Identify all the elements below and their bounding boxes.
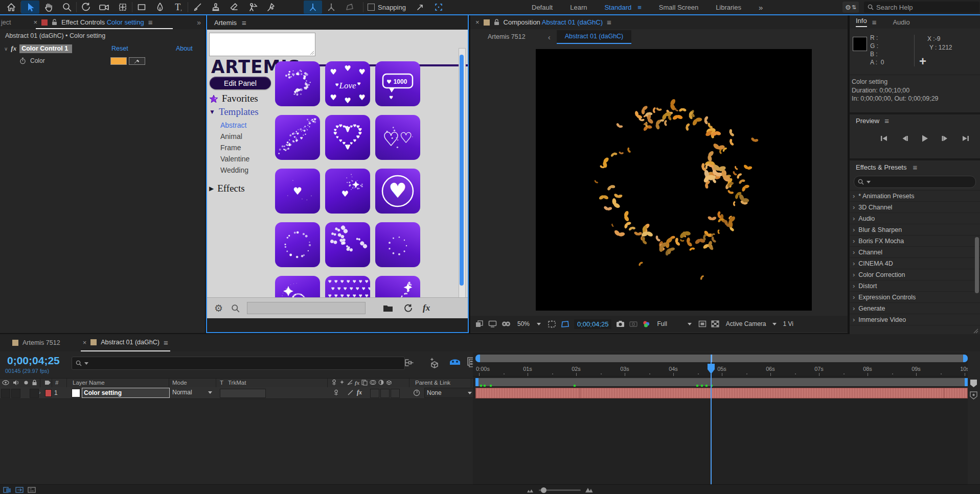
effects-category-expression-controls[interactable]: ›Expression Controls xyxy=(850,292,980,303)
zoom-in-mountains-icon[interactable] xyxy=(585,486,593,493)
timeline-tab-artemis[interactable]: Artemis 7512 xyxy=(12,339,60,346)
template-category-wedding[interactable]: Wedding xyxy=(209,164,273,176)
workspace-learn[interactable]: Learn xyxy=(570,4,587,11)
audio-switch[interactable] xyxy=(11,389,20,398)
timeline-zoom-slider[interactable] xyxy=(539,489,581,491)
trkmat-cell[interactable] xyxy=(220,389,266,398)
expand-transfer-pane-icon[interactable] xyxy=(15,486,24,493)
magnification-dropdown[interactable]: 50% xyxy=(515,319,543,328)
resolution-dropdown[interactable]: Full xyxy=(655,319,693,328)
switches-column-icons[interactable]: fx xyxy=(331,379,392,386)
layer-anchor-icon[interactable] xyxy=(333,389,339,396)
lock-column-icon[interactable] xyxy=(30,379,39,387)
effects-category-3d-channel[interactable]: ›3D Channel xyxy=(850,202,980,213)
switch-cell[interactable] xyxy=(391,389,400,398)
template-thumbnail-heart-burst[interactable]: ♥ xyxy=(325,169,370,214)
snap-arrow-icon[interactable] xyxy=(411,1,429,14)
trkmat-column-header[interactable]: TrkMat xyxy=(228,380,246,386)
fast-previews-icon[interactable] xyxy=(698,320,706,327)
eyedropper-button[interactable] xyxy=(129,57,145,65)
snapping-toggle[interactable]: Snapping xyxy=(368,4,406,11)
fx-badge-icon[interactable]: fx xyxy=(11,44,16,53)
panel-menu-icon[interactable]: ≡ xyxy=(148,18,153,26)
navigator-start-handle[interactable] xyxy=(475,355,480,362)
template-thumbnail-big-heart[interactable]: ♥ xyxy=(375,169,420,214)
template-thumbnail-swarm[interactable]: ♥♥♥♥♥♥♥♥ xyxy=(275,115,320,160)
effects-category-cinema-4d[interactable]: ›CINEMA 4D xyxy=(850,258,980,269)
help-search-field[interactable]: Search Help xyxy=(864,2,979,13)
effects-scrollbar-thumb[interactable] xyxy=(975,237,979,293)
layer-label-swatch[interactable] xyxy=(45,389,52,397)
template-thumbnail-small-heart[interactable]: ♥ xyxy=(275,169,320,214)
timeline-tab-abstract[interactable]: × Abstract 01 (daGhC) ≡ xyxy=(81,335,170,351)
brush-tool[interactable] xyxy=(188,1,207,14)
effects-category-channel[interactable]: ›Channel xyxy=(850,247,980,258)
effects-category-distort[interactable]: ›Distort xyxy=(850,280,980,292)
parent-link-column-header[interactable]: Parent & Link xyxy=(415,380,450,386)
play-button[interactable] xyxy=(917,133,932,144)
switch-cell[interactable] xyxy=(370,389,379,398)
reset-button[interactable]: Reset xyxy=(111,45,128,52)
pen-tool[interactable] xyxy=(151,1,169,14)
composition-flowchart-icon[interactable] xyxy=(404,358,415,368)
label-column-icon[interactable] xyxy=(43,379,52,387)
world-axis-mode-icon[interactable] xyxy=(322,1,340,14)
switch-cell[interactable] xyxy=(380,389,390,398)
effects-category-blur-sharpen[interactable]: ›Blur & Sharpen xyxy=(850,224,980,236)
viewer-tab-scroll-left-icon[interactable]: ‹ xyxy=(548,33,551,41)
unlock-icon[interactable] xyxy=(494,19,499,26)
layer-thumbnail[interactable] xyxy=(72,389,80,397)
composition-tab-label[interactable]: Composition Abstract 01 (daGhC) xyxy=(504,18,603,26)
fx-icon[interactable]: fx xyxy=(423,303,430,313)
workspace-small-screen[interactable]: Small Screen xyxy=(659,4,698,11)
time-navigator-bar[interactable] xyxy=(475,355,968,362)
draft-3d-icon[interactable] xyxy=(427,357,440,369)
effects-search-field[interactable] xyxy=(854,176,976,188)
stopwatch-icon[interactable] xyxy=(19,57,26,64)
navigator-end-handle[interactable] xyxy=(963,355,968,362)
template-thumbnail-heart-of-hearts[interactable]: ♥♥♥♥♥♥♥♥♥♥♥♥♥♥♥♥♥♥♥♥♥♥♥♥♥♥ xyxy=(325,115,370,160)
view-axis-mode-icon[interactable] xyxy=(340,1,359,14)
channel-mask-icon[interactable] xyxy=(502,321,511,327)
effects-presets-title[interactable]: Effects & Presets xyxy=(856,163,906,171)
zoom-tool[interactable] xyxy=(58,1,76,14)
artemis-scrollbar-track[interactable] xyxy=(459,48,466,312)
t-column-header[interactable]: T xyxy=(220,380,223,386)
project-tab-partial[interactable]: ject xyxy=(1,19,11,26)
template-category-animal[interactable]: Animal xyxy=(209,131,273,142)
last-frame-button[interactable] xyxy=(958,133,973,144)
panel-overflow-icon[interactable]: » xyxy=(197,18,201,27)
transparency-grid-icon[interactable] xyxy=(711,320,719,327)
info-tab[interactable]: Info xyxy=(856,17,867,27)
snap-bounds-icon[interactable] xyxy=(429,1,448,14)
solo-switch[interactable] xyxy=(30,389,39,398)
rectangle-tool[interactable] xyxy=(132,1,151,14)
viewer-timecode[interactable]: 0;00;04;25 xyxy=(574,319,611,329)
panel-menu-icon[interactable]: ≡ xyxy=(884,117,889,125)
selection-tool[interactable] xyxy=(21,1,39,14)
layer-name-field[interactable]: Color setting xyxy=(82,388,170,398)
workspace-menu-icon[interactable]: ≡ xyxy=(637,4,642,11)
composition-canvas[interactable] xyxy=(536,49,812,311)
workspace-settings-button[interactable]: ⚙ ⇅ xyxy=(842,2,859,13)
artemis-tab-label[interactable]: Artemis xyxy=(214,19,237,27)
next-frame-button[interactable] xyxy=(938,133,953,144)
video-switch[interactable] xyxy=(1,389,10,398)
timeline-search-field[interactable] xyxy=(72,357,405,370)
number-column-header[interactable]: # xyxy=(55,380,58,386)
panel-menu-icon[interactable]: ≡ xyxy=(242,19,246,27)
work-area-start-handle[interactable] xyxy=(475,378,478,386)
workspace-default[interactable]: Default xyxy=(532,4,553,11)
eraser-tool[interactable] xyxy=(225,1,243,14)
template-thumbnail-dot-ring-small[interactable] xyxy=(375,222,420,267)
effect-controls-tab-label[interactable]: Effect Controls Color setting xyxy=(61,18,144,26)
layer-duration-bar[interactable] xyxy=(475,388,968,398)
effects-category-immersive-video[interactable]: ›Immersive Video xyxy=(850,314,980,325)
playhead-line[interactable] xyxy=(711,355,712,484)
audio-column-icon[interactable] xyxy=(11,379,20,387)
view-layout-dropdown[interactable]: 1 Vi xyxy=(783,320,793,327)
workspace-overflow-icon[interactable]: » xyxy=(759,3,763,12)
mode-column-header[interactable]: Mode xyxy=(172,380,187,386)
template-thumbnail-butterflies[interactable] xyxy=(325,222,370,267)
always-preview-icon[interactable] xyxy=(475,320,484,327)
